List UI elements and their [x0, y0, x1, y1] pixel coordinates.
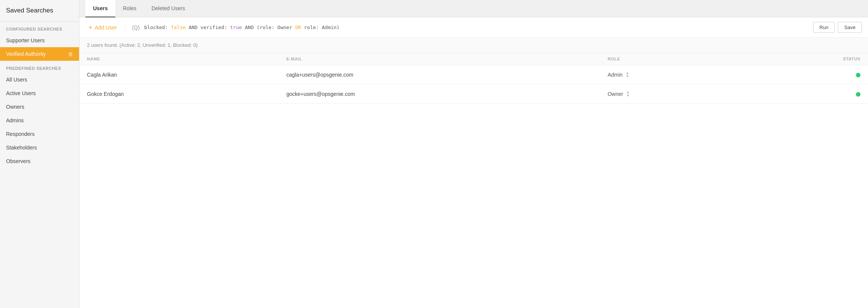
- table-row: Cagla Arikan cagla+users@opsgenie.com Ad…: [79, 65, 868, 85]
- sidebar-item-owners[interactable]: Owners: [0, 100, 79, 114]
- sidebar-item-label: All Users: [6, 77, 27, 83]
- role-value: Owner: [608, 91, 623, 97]
- user-status: [742, 65, 868, 85]
- sidebar-item-label: Active Users: [6, 90, 36, 96]
- tab-users[interactable]: Users: [85, 0, 115, 17]
- role-value: Admin: [608, 72, 623, 78]
- sidebar-item-all-users[interactable]: All Users: [0, 73, 79, 86]
- plus-icon: +: [88, 24, 93, 31]
- save-button[interactable]: Save: [838, 22, 862, 33]
- sidebar-item-responders[interactable]: Responders: [0, 127, 79, 141]
- table-header-row: NAME E-MAIL ROLE STATUS: [79, 53, 868, 65]
- sidebar-item-label: Stakeholders: [6, 145, 37, 151]
- trash-icon[interactable]: 🗑: [68, 51, 73, 57]
- col-header-email: E-MAIL: [279, 53, 600, 65]
- sidebar-item-active-users[interactable]: Active Users: [0, 86, 79, 100]
- sidebar-item-label: Admins: [6, 117, 24, 123]
- add-user-button[interactable]: + Add User: [85, 23, 120, 32]
- sidebar-item-admins[interactable]: Admins: [0, 114, 79, 127]
- col-header-role: ROLE: [600, 53, 742, 65]
- users-table-container: NAME E-MAIL ROLE STATUS Cagla Arikan cag…: [79, 53, 868, 308]
- configured-section-label: CONFIGURED SEARCHES: [0, 22, 79, 34]
- sidebar-item-stakeholders[interactable]: Stakeholders: [0, 141, 79, 154]
- sidebar: Saved Searches CONFIGURED SEARCHES Suppo…: [0, 0, 79, 308]
- sidebar-item-label: Verified Authority: [6, 51, 46, 57]
- sidebar-item-label: Responders: [6, 131, 35, 137]
- run-button[interactable]: Run: [813, 22, 835, 33]
- role-selector[interactable]: ▲▼: [626, 91, 629, 97]
- col-header-status: STATUS: [742, 53, 868, 65]
- predefined-section-label: PREDEFINED SEARCHES: [0, 61, 79, 73]
- sidebar-item-verified-authority[interactable]: Verified Authority 🗑: [0, 47, 79, 61]
- tab-roles[interactable]: Roles: [115, 0, 144, 17]
- result-summary: 2 users found. (Active: 2, Unverified: 1…: [79, 38, 868, 53]
- sidebar-item-label: Observers: [6, 158, 31, 164]
- user-email: gocke+users@opsgenie.com: [279, 85, 600, 104]
- user-role: Owner ▲▼: [600, 85, 742, 104]
- sidebar-item-label: Supporter Users: [6, 37, 45, 43]
- role-selector[interactable]: ▲▼: [626, 71, 629, 78]
- users-table: NAME E-MAIL ROLE STATUS Cagla Arikan cag…: [79, 53, 868, 104]
- status-active-dot: [856, 92, 860, 97]
- user-role: Admin ▲▼: [600, 65, 742, 85]
- toolbar-divider: :: [124, 24, 126, 31]
- sidebar-item-supporter-users[interactable]: Supporter Users: [0, 34, 79, 47]
- search-query-icon: {Q}: [130, 24, 141, 31]
- query-text[interactable]: blocked: false AND verified: true AND (r…: [144, 25, 810, 30]
- sidebar-title: Saved Searches: [0, 0, 79, 22]
- sidebar-item-label: Owners: [6, 104, 24, 110]
- sidebar-item-observers[interactable]: Observers: [0, 154, 79, 168]
- status-active-dot: [856, 73, 860, 77]
- main-content: Users Roles Deleted Users + Add User : {…: [79, 0, 868, 308]
- user-name: Gokce Erdogan: [79, 85, 279, 104]
- table-row: Gokce Erdogan gocke+users@opsgenie.com O…: [79, 85, 868, 104]
- add-user-label: Add User: [95, 25, 117, 31]
- content-area: + Add User : {Q} blocked: false AND veri…: [79, 17, 868, 308]
- toolbar: + Add User : {Q} blocked: false AND veri…: [79, 17, 868, 38]
- tabs-bar: Users Roles Deleted Users: [79, 0, 868, 17]
- tab-deleted-users[interactable]: Deleted Users: [144, 0, 193, 17]
- user-email: cagla+users@opsgenie.com: [279, 65, 600, 85]
- user-name: Cagla Arikan: [79, 65, 279, 85]
- user-status: [742, 85, 868, 104]
- col-header-name: NAME: [79, 53, 279, 65]
